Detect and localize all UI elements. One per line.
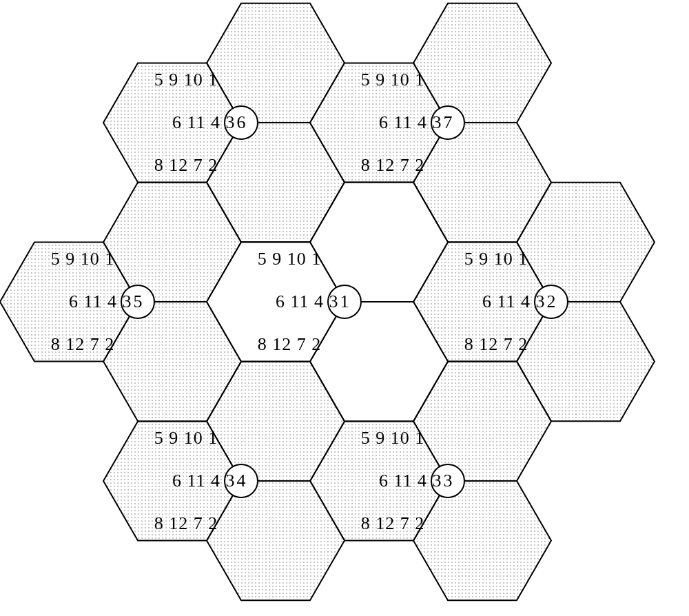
node-circle-4 (225, 464, 258, 497)
node-circle-3 (431, 464, 464, 497)
node-circle-5 (121, 285, 154, 318)
node-circle-1 (328, 285, 361, 318)
node-circle-2 (535, 285, 568, 318)
hex-grid-svg (0, 0, 689, 616)
node-circle-7 (431, 106, 464, 139)
node-circle-6 (225, 106, 258, 139)
diagram-stage: 15 9 10 18 12 7 26 11 4 325 9 10 18 12 7… (0, 0, 689, 616)
